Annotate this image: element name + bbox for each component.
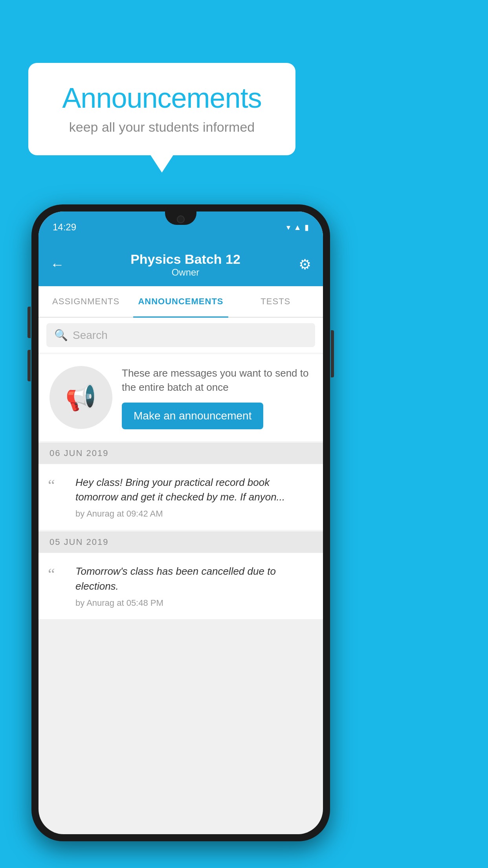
megaphone-circle: 📢 (50, 366, 112, 429)
speech-bubble-subtitle: keep all your students informed (52, 120, 272, 135)
tabs-row: ASSIGNMENTS ANNOUNCEMENTS TESTS (39, 286, 323, 318)
phone-screen: 14:29 ▾ ▲ ▮ ← Physics Batch 12 Owner ⚙ (39, 211, 323, 834)
app-bar: ← Physics Batch 12 Owner ⚙ (39, 243, 323, 286)
app-bar-title: Physics Batch 12 (72, 252, 299, 267)
tab-announcements[interactable]: ANNOUNCEMENTS (133, 286, 228, 317)
announcement-meta-2: by Anurag at 05:48 PM (75, 598, 312, 608)
search-bar[interactable]: 🔍 Search (46, 323, 315, 347)
search-container: 🔍 Search (39, 318, 323, 353)
search-icon: 🔍 (54, 329, 68, 342)
signal-icon: ▲ (294, 223, 301, 232)
battery-icon: ▮ (305, 223, 309, 232)
announcement-text: Hey class! Bring your practical record b… (75, 475, 312, 519)
status-icons: ▾ ▲ ▮ (286, 223, 309, 232)
quote-icon: “ (48, 478, 68, 493)
search-placeholder: Search (73, 329, 108, 342)
date-separator-june5: 05 JUN 2019 (39, 531, 323, 553)
notch (165, 211, 196, 225)
app-bar-title-block: Physics Batch 12 Owner (72, 252, 299, 278)
promo-block: 📢 These are messages you want to send to… (39, 354, 323, 441)
wifi-icon: ▾ (286, 223, 290, 232)
tab-tests[interactable]: TESTS (228, 286, 323, 317)
date-separator-june6: 06 JUN 2019 (39, 443, 323, 464)
phone-body: 14:29 ▾ ▲ ▮ ← Physics Batch 12 Owner ⚙ (31, 204, 330, 841)
tab-assignments[interactable]: ASSIGNMENTS (39, 286, 133, 317)
promo-description: These are messages you want to send to t… (122, 366, 312, 395)
volume-up-button[interactable] (28, 307, 31, 338)
announcement-message: Hey class! Bring your practical record b… (75, 475, 312, 505)
promo-right: These are messages you want to send to t… (122, 366, 312, 429)
make-announcement-button[interactable]: Make an announcement (122, 403, 263, 429)
camera-icon (177, 215, 185, 223)
app-bar-subtitle: Owner (72, 267, 299, 278)
power-button[interactable] (331, 330, 334, 377)
volume-down-button[interactable] (28, 350, 31, 381)
speech-bubble-title: Announcements (52, 82, 272, 114)
announcement-message-2: Tomorrow's class has been cancelled due … (75, 564, 312, 594)
announcement-text-2: Tomorrow's class has been cancelled due … (75, 564, 312, 608)
status-bar: 14:29 ▾ ▲ ▮ (39, 211, 323, 243)
announcement-meta: by Anurag at 09:42 AM (75, 509, 312, 519)
settings-icon[interactable]: ⚙ (299, 256, 311, 273)
announcement-item-2[interactable]: “ Tomorrow's class has been cancelled du… (39, 553, 323, 619)
back-button[interactable]: ← (50, 256, 64, 273)
announcement-item[interactable]: “ Hey class! Bring your practical record… (39, 464, 323, 530)
speech-bubble: Announcements keep all your students inf… (28, 63, 295, 155)
quote-icon-2: “ (48, 566, 68, 582)
megaphone-icon: 📢 (65, 383, 97, 412)
phone-frame: 14:29 ▾ ▲ ▮ ← Physics Batch 12 Owner ⚙ (31, 204, 330, 841)
status-time: 14:29 (53, 222, 76, 233)
content-area: 🔍 Search 📢 These are messages you want t… (39, 318, 323, 619)
